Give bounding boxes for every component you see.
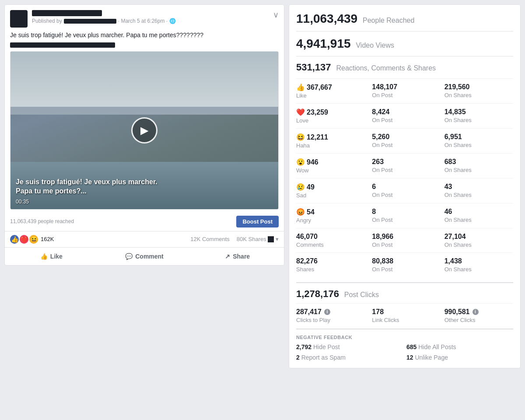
reaction-on-post-number: 5,260 — [372, 133, 437, 141]
people-reached-label: People Reached — [363, 17, 414, 24]
reaction-icons: 👍 ❤️ 😆 162K — [10, 235, 54, 244]
reaction-on-post-label: On Post — [372, 117, 437, 123]
love-icon: ❤️ — [20, 235, 28, 244]
negative-feedback-item: 685 Hide All Posts — [406, 343, 513, 350]
reaction-row: 😆 12,211 Haha 5,260 On Post 6,951 On Sha… — [296, 128, 513, 153]
reaction-on-post-number: 6 — [372, 183, 437, 191]
negative-label: Unlike Page — [415, 354, 448, 361]
reaction-total-number: 😢 49 — [296, 183, 365, 191]
reaction-label: Angry — [296, 217, 365, 224]
people-reached-stat: 11,063,439 People Reached — [296, 12, 513, 32]
comments-on-shares-cell: 27,104 On Shares — [441, 233, 513, 248]
shares-count: 80K Shares ▾ — [237, 236, 279, 243]
video-views-stat: 4,941,915 Video Views — [296, 37, 513, 56]
reaction-total-cell: 👍 367,667 Like — [296, 83, 368, 99]
reactions-bar: 👍 ❤️ 😆 162K 12K Comments 80K Shares ▾ — [5, 231, 284, 247]
post-text: Je suis trop fatigué! Je veux plus march… — [5, 31, 284, 51]
shares-on-shares-label: On Shares — [444, 266, 510, 273]
divider-2 — [296, 329, 513, 329]
post-header: Published by · March 5 at 6:26pm · 🌐 ∨ — [5, 5, 284, 31]
reaction-label: Wow — [296, 167, 365, 174]
reaction-total-cell: 😡 54 Angry — [296, 208, 368, 224]
share-action-button[interactable]: ↗ Share — [191, 249, 284, 263]
reaction-total-number: 😮 946 — [296, 158, 365, 166]
reaction-total-cell: 😢 49 Sad — [296, 183, 368, 199]
reaction-on-shares-label: On Shares — [444, 167, 510, 173]
reaction-on-post-label: On Post — [372, 192, 437, 198]
post-card: Published by · March 5 at 6:26pm · 🌐 ∨ J… — [4, 4, 284, 266]
reaction-on-post-cell: 8 On Post — [368, 208, 441, 224]
info-icon-2[interactable]: i — [472, 309, 479, 315]
reaction-on-shares-label: On Shares — [444, 217, 510, 223]
shares-label: Shares — [296, 266, 365, 273]
negative-label: Hide Post — [313, 343, 340, 350]
reaction-count: 162K — [41, 236, 54, 242]
negative-feedback-item: 2 Report as Spam — [296, 354, 403, 361]
reaction-label: Sad — [296, 192, 365, 199]
reaction-on-shares-number: 46 — [444, 208, 510, 216]
video-views-number: 4,941,915 — [296, 37, 351, 50]
chevron-down-icon[interactable]: ∨ — [273, 10, 279, 20]
play-button[interactable]: ▶ — [131, 117, 158, 144]
reaction-emoji: 😆 — [296, 133, 305, 141]
avatar — [10, 10, 28, 28]
post-caption-redacted — [10, 42, 115, 48]
page-name-redacted — [32, 10, 102, 16]
post-reach-bar: 11,063,439 people reached Boost Post — [5, 213, 284, 231]
comments-on-post-label: On Post — [372, 242, 437, 248]
other-clicks-label: Other Clicks — [444, 317, 510, 323]
reaction-on-post-cell: 8,424 On Post — [368, 108, 441, 124]
comments-count: 12K Comments — [190, 236, 230, 243]
boost-post-button[interactable]: Boost Post — [236, 216, 279, 228]
reaction-on-post-label: On Post — [372, 217, 437, 223]
reaction-on-post-number: 148,107 — [372, 83, 437, 91]
reaction-total-cell: 😆 12,211 Haha — [296, 133, 368, 149]
reaction-total-number: ❤️ 23,259 — [296, 108, 365, 116]
negative-number: 2 — [296, 354, 300, 361]
reaction-on-shares-cell: 43 On Shares — [441, 183, 513, 199]
like-action-button[interactable]: 👍 Like — [5, 249, 98, 263]
post-clicks-section: 1,278,176 Post Clicks 287,417 i Clicks t… — [296, 288, 513, 323]
reach-count: 11,063,439 people reached — [10, 218, 74, 224]
comment-action-button[interactable]: 💬 Comment — [98, 249, 191, 263]
reaction-total-number: 😆 12,211 — [296, 133, 365, 141]
reaction-on-shares-number: 6,951 — [444, 133, 510, 141]
like-icon: 👍 — [10, 235, 19, 244]
video-views-label: Video Views — [356, 42, 394, 49]
comment-icon: 💬 — [125, 253, 133, 260]
negative-feedback-item: 12 Unlike Page — [406, 354, 513, 361]
negative-feedback-grid: 2,792 Hide Post685 Hide All Posts2 Repor… — [296, 343, 513, 361]
publisher-name-redacted — [64, 19, 116, 24]
video-overlay-text: Je suis trop fatigué! Je veux plus march… — [16, 178, 158, 196]
reactions-total-number: 531,137 — [296, 62, 331, 73]
scene-sky — [10, 52, 278, 115]
negative-label: Hide All Posts — [418, 343, 456, 350]
reaction-total-cell: 😮 946 Wow — [296, 158, 368, 174]
video-duration: 00:35 — [16, 199, 29, 205]
reaction-on-shares-number: 219,560 — [444, 83, 510, 91]
thumbs-up-icon: 👍 — [40, 253, 48, 260]
video-thumbnail[interactable]: ▶ Je suis trop fatigué! Je veux plus mar… — [10, 51, 279, 210]
reaction-on-shares-cell: 46 On Shares — [441, 208, 513, 224]
negative-label: Report as Spam — [301, 354, 346, 361]
reaction-on-shares-cell: 14,835 On Shares — [441, 108, 513, 124]
published-by-label: Published by — [32, 18, 62, 24]
shares-total-cell: 82,276 Shares — [296, 257, 368, 273]
reaction-emoji: 😮 — [296, 158, 305, 166]
negative-number: 2,792 — [296, 343, 312, 350]
reaction-emoji: 👍 — [296, 83, 305, 91]
reaction-on-shares-number: 43 — [444, 183, 510, 191]
reactions-header-section: 531,137 Reactions, Comments & Shares — [296, 62, 513, 73]
shares-stat-row: 82,276 Shares 80,838 On Post 1,438 On Sh… — [296, 252, 513, 277]
post-meta: Published by · March 5 at 6:26pm · 🌐 — [32, 10, 279, 24]
shares-on-shares-cell: 1,438 On Shares — [441, 257, 513, 273]
reaction-row: ❤️ 23,259 Love 8,424 On Post 14,835 On S… — [296, 103, 513, 128]
reaction-row: 😮 946 Wow 263 On Post 683 On Shares — [296, 153, 513, 178]
negative-number: 12 — [406, 354, 413, 361]
info-icon[interactable]: i — [324, 309, 330, 315]
divider — [296, 282, 513, 283]
comments-on-shares-number: 27,104 — [444, 233, 510, 241]
comments-on-post-cell: 18,966 On Post — [368, 233, 441, 248]
dropdown-icon[interactable]: ▾ — [276, 236, 279, 242]
comments-on-post-number: 18,966 — [372, 233, 437, 241]
